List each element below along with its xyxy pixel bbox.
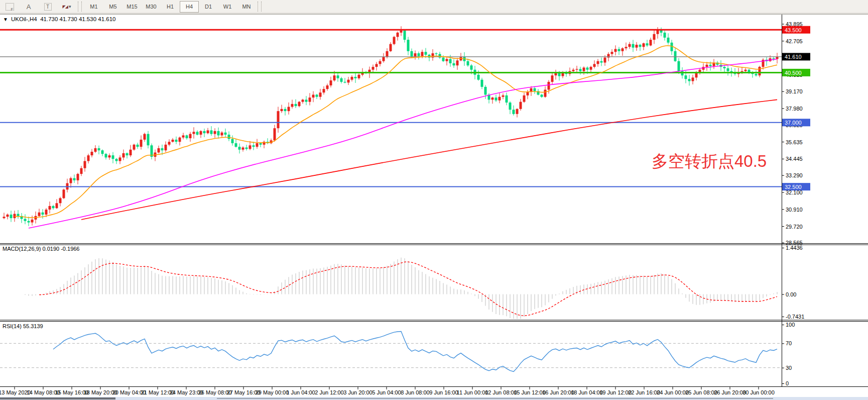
candle-body — [274, 128, 276, 140]
candle-body — [42, 213, 44, 215]
annotation-text[interactable]: 多空转折点40.5 — [652, 152, 767, 170]
candle-body — [137, 145, 139, 147]
rsi-axis-label: 100 — [786, 322, 795, 328]
candle-body — [509, 103, 512, 110]
candle-body — [579, 69, 582, 71]
candle-body — [506, 95, 508, 103]
frame-tool-icon: F — [6, 3, 14, 11]
level-price-label: 37.000 — [785, 120, 802, 126]
candle-body — [513, 110, 515, 114]
macd-axis-label: 1.4436 — [786, 245, 803, 251]
level-price-label: 41.610 — [785, 54, 802, 60]
timeframe-button-m15[interactable]: M15 — [122, 1, 142, 13]
time-axis[interactable]: 13 May 202014 May 08:0015 May 16:0018 Ma… — [0, 387, 775, 395]
arrows-tool-button[interactable]: ◤◢ ▾ — [57, 1, 76, 13]
mt4-window: F A T ◤◢ ▾ M1M5M15M30H1H4D1W1MN 43.89542… — [0, 0, 868, 400]
timeframe-group: M1M5M15M30H1H4D1W1MN — [84, 1, 256, 13]
label-tool-button[interactable]: A — [19, 1, 38, 13]
timeframe-button-h4[interactable]: H4 — [180, 1, 199, 13]
candle-body — [87, 155, 90, 161]
frame-tool-button[interactable]: F — [0, 1, 19, 13]
candle-body — [586, 67, 589, 69]
candle-body — [175, 140, 178, 142]
rsi-indicator-label: RSI(14) 55.3139 — [3, 323, 43, 329]
chevron-down-icon[interactable]: ▾ — [69, 4, 71, 9]
candle-body — [636, 45, 638, 48]
candle-body — [228, 135, 230, 139]
price-tick-label: 37.980 — [786, 106, 803, 112]
time-axis-label: 11 Jun 00:00 — [457, 389, 488, 395]
time-axis-label: 13 May 2020 — [0, 389, 31, 395]
price-axis[interactable]: 43.89542.70541.51540.32539.17037.98036.8… — [782, 21, 810, 246]
timeframe-button-mn[interactable]: MN — [237, 1, 256, 13]
candle-body — [372, 67, 375, 70]
candle-body — [295, 104, 297, 106]
timeframe-button-m30[interactable]: M30 — [142, 1, 161, 13]
candle-body — [435, 53, 438, 54]
candle-body — [245, 148, 248, 149]
candle-body — [10, 215, 13, 218]
candle-body — [499, 97, 501, 101]
candle-body — [572, 70, 575, 71]
timeframe-button-m5[interactable]: M5 — [103, 1, 122, 13]
toolbar-grip[interactable] — [78, 2, 82, 12]
candle-body — [383, 57, 385, 61]
level-price-label: 43.500 — [785, 27, 802, 33]
macd-axis-label: -0.7431 — [786, 314, 804, 320]
candle-body — [147, 134, 150, 146]
candle-body — [256, 143, 259, 147]
candle-body — [376, 64, 378, 67]
toolbar-grip[interactable] — [258, 2, 262, 12]
time-axis-label: 9 Jun 16:00 — [429, 389, 458, 395]
candle-body — [38, 213, 41, 216]
candle-body — [186, 135, 188, 138]
candle-body — [319, 92, 322, 97]
candle-body — [390, 44, 392, 51]
candle-body — [91, 152, 93, 155]
candle-body — [551, 75, 554, 82]
candle-body — [165, 145, 167, 150]
timeframe-button-w1[interactable]: W1 — [218, 1, 237, 13]
candle-body — [527, 92, 529, 95]
timeframe-button-m1[interactable]: M1 — [84, 1, 103, 13]
candle-body — [541, 94, 543, 96]
chart-toolbar: F A T ◤◢ ▾ M1M5M15M30H1H4D1W1MN — [0, 0, 868, 14]
candle-body — [298, 102, 301, 107]
candle-body — [302, 99, 304, 102]
candle-body — [161, 148, 164, 150]
candle-body — [453, 63, 455, 65]
candle-body — [309, 97, 311, 102]
timeframe-button-d1[interactable]: D1 — [199, 1, 218, 13]
candle-body — [688, 79, 691, 81]
candle-body — [456, 60, 459, 65]
candle-body — [555, 73, 557, 75]
candle-body — [414, 53, 417, 57]
candle-body — [312, 94, 315, 97]
candle-body — [667, 38, 670, 43]
candle-body — [224, 133, 227, 135]
candle-body — [425, 52, 427, 55]
candle-body — [629, 44, 631, 47]
candle-body — [597, 61, 599, 64]
candle-body — [622, 48, 624, 51]
candle-body — [59, 198, 62, 203]
candle-body — [84, 161, 86, 168]
bottom-scrollbar-thumb[interactable] — [0, 397, 115, 399]
candle-body — [442, 58, 445, 61]
symbol-dropdown-icon[interactable]: ▼ — [3, 17, 8, 22]
candle-body — [709, 65, 712, 66]
macd-panel: 1.44360.00-0.7431 — [25, 245, 804, 320]
time-axis-label: 25 Jun 08:00 — [685, 389, 717, 395]
text-tool-button[interactable]: T — [38, 1, 57, 13]
time-axis-label: 24 Jun 00:00 — [657, 389, 689, 395]
candle-body — [52, 206, 55, 208]
timeframe-button-h1[interactable]: H1 — [161, 1, 180, 13]
rsi-axis-label: 30 — [786, 365, 792, 371]
price-tick-label: 30.910 — [786, 207, 803, 213]
candle-body — [446, 59, 448, 61]
price-tick-label: 42.705 — [786, 38, 803, 44]
candle-body — [625, 47, 628, 48]
candle-body — [706, 65, 708, 67]
candle-body — [172, 140, 174, 142]
candle-body — [674, 51, 677, 61]
